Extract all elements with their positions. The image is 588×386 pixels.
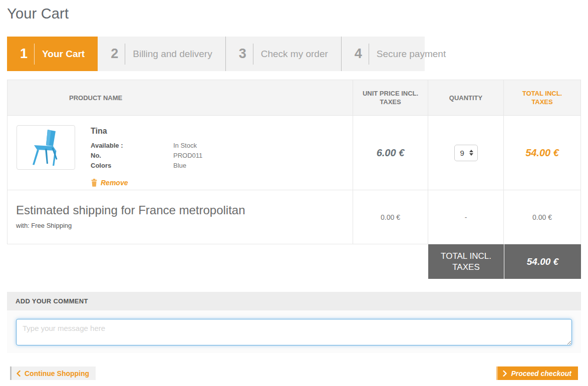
summary-label: TOTAL INCL. TAXES — [428, 244, 504, 279]
comment-textarea[interactable] — [16, 319, 572, 345]
page-title: Your Cart — [7, 6, 581, 22]
chair-image — [20, 128, 72, 168]
attr-value-available: In Stock — [173, 141, 197, 151]
step-secure-payment[interactable]: 4 Secure payment — [342, 37, 459, 71]
cart-table-header: PRODUCT NAME UNIT PRICE INCL. TAXES QUAN… — [8, 80, 580, 116]
quantity-stepper[interactable]: 9 — [454, 145, 478, 161]
step-your-cart[interactable]: 1 Your Cart — [7, 37, 98, 71]
step-billing-delivery[interactable]: 2 Billing and delivery — [98, 37, 225, 71]
attr-value-colors: Blue — [173, 161, 186, 171]
header-quantity: QUANTITY — [428, 80, 503, 115]
proceed-checkout-label: Proceed checkout — [511, 369, 571, 377]
shipping-row: Estimated shipping for France metropolit… — [8, 190, 580, 244]
step-label: Check my order — [253, 49, 341, 60]
continue-shopping-label: Continue Shopping — [25, 369, 89, 377]
shipping-title: Estimated shipping for France metropolit… — [16, 203, 353, 217]
header-unit-price: UNIT PRICE INCL. TAXES — [353, 80, 428, 115]
step-number: 1 — [7, 46, 34, 62]
step-label: Billing and delivery — [125, 49, 225, 60]
step-label: Your Cart — [35, 49, 98, 60]
product-image[interactable] — [17, 125, 75, 170]
continue-shopping-button[interactable]: Continue Shopping — [10, 366, 96, 380]
product-unit-price: 6.00 € — [377, 147, 405, 159]
header-product-name: PRODUCT NAME — [8, 80, 353, 115]
comment-section-title: ADD YOUR COMMENT — [7, 292, 581, 310]
step-number: 4 — [342, 46, 369, 62]
step-number: 2 — [98, 46, 125, 62]
stepper-up-icon[interactable] — [469, 150, 473, 152]
stepper-arrows-icon[interactable] — [469, 150, 473, 156]
step-label: Secure payment — [369, 49, 459, 60]
chevron-left-icon — [17, 370, 21, 376]
shipping-unit-price: 0.00 € — [381, 213, 400, 221]
header-total: TOTAL INCL. TAXES — [503, 80, 580, 115]
shipping-total: 0.00 € — [532, 213, 552, 221]
comment-section: ADD YOUR COMMENT — [7, 292, 581, 353]
step-number: 3 — [226, 46, 253, 62]
trash-icon — [91, 179, 98, 187]
cart-table: PRODUCT NAME UNIT PRICE INCL. TAXES QUAN… — [7, 80, 581, 244]
product-line-total: 54.00 € — [525, 147, 559, 159]
step-check-order[interactable]: 3 Check my order — [226, 37, 342, 71]
attr-value-number: PROD011 — [173, 151, 202, 161]
shipping-carrier: with: Free Shipping — [16, 222, 353, 229]
remove-label: Remove — [101, 179, 128, 187]
summary-total-value: 54.00 € — [504, 244, 581, 279]
product-attributes: Available : In Stock No. PROD011 Colors … — [91, 141, 202, 171]
cart-summary: TOTAL INCL. TAXES 54.00 € — [428, 244, 581, 279]
stepper-down-icon[interactable] — [469, 153, 473, 156]
checkout-steps: 1 Your Cart 2 Billing and delivery 3 Che… — [7, 37, 425, 71]
quantity-value: 9 — [460, 149, 464, 157]
attr-label-colors: Colors — [91, 161, 173, 171]
remove-item-button[interactable]: Remove — [91, 179, 128, 187]
attr-label-number: No. — [91, 151, 173, 161]
cart-actions: Continue Shopping Proceed checkout — [7, 366, 581, 380]
product-row: Tina Available : In Stock No. PROD011 Co… — [8, 116, 580, 190]
product-name-link[interactable]: Tina — [91, 127, 202, 136]
shipping-quantity: - — [465, 213, 467, 221]
proceed-checkout-button[interactable]: Proceed checkout — [496, 366, 578, 380]
chevron-right-icon — [503, 370, 507, 376]
cart-page: Your Cart 1 Your Cart 2 Billing and deli… — [0, 6, 588, 380]
attr-label-available: Available : — [91, 141, 173, 151]
